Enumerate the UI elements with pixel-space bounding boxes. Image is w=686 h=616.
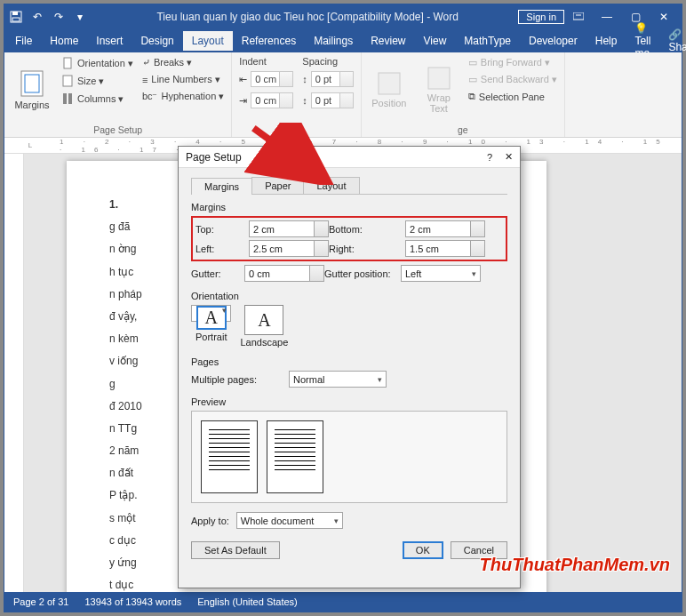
multiple-pages-select[interactable]: Normal — [289, 371, 387, 388]
svg-rect-11 — [428, 68, 450, 89]
ribbon-options-icon[interactable] — [564, 8, 593, 26]
watermark: ThuThuatPhanMem.vn — [480, 555, 670, 575]
applyto-select[interactable]: Whole document — [236, 512, 343, 529]
svg-rect-7 — [63, 76, 72, 86]
tab-mailings[interactable]: Mailings — [305, 31, 362, 51]
tab-file[interactable]: File — [6, 31, 41, 51]
tab-home[interactable]: Home — [41, 31, 87, 51]
ok-button[interactable]: OK — [403, 541, 443, 559]
window-title: Tieu luan quan ly giao duc Tieu hoc [Com… — [97, 11, 518, 23]
undo-icon[interactable]: ↶ — [29, 9, 45, 25]
wraptext-dropdown: Wrap Text — [419, 56, 459, 123]
svg-rect-2 — [12, 18, 20, 21]
margin-right-spinner[interactable]: 1.5 cm — [405, 240, 485, 257]
indent-left-spinner[interactable]: 0 cm — [251, 71, 293, 87]
status-page[interactable]: Page 2 of 31 — [13, 596, 68, 607]
ribbon: Margins Orientation ▾ Size ▾ Columns ▾ ⤶… — [4, 52, 682, 138]
indent-label: Indent — [239, 56, 293, 67]
preview-section-label: Preview — [191, 396, 507, 407]
gutterpos-select[interactable]: Left — [401, 265, 481, 282]
svg-rect-1 — [12, 12, 18, 15]
gutter-spinner[interactable]: 0 cm — [244, 265, 324, 282]
tab-mathtype[interactable]: MathType — [455, 31, 520, 51]
pages-section-label: Pages — [191, 356, 507, 367]
preview-box — [191, 411, 507, 503]
sendbackward: ▭Send Backward ▾ — [468, 73, 557, 86]
breaks-dropdown[interactable]: ⤶Breaks ▾ — [142, 56, 224, 69]
indent-right-spinner[interactable]: 0 cm — [251, 92, 293, 108]
lbl-gutterpos: Gutter position: — [324, 268, 401, 279]
ribbon-tabs: File Home Insert Design Layout Reference… — [4, 29, 682, 52]
hyphenation-dropdown[interactable]: bc⁻Hyphenation ▾ — [142, 90, 224, 103]
dlg-tab-margins[interactable]: Margins — [191, 178, 252, 195]
margin-left-spinner[interactable]: 2.5 cm — [249, 240, 329, 257]
vertical-ruler[interactable] — [4, 154, 24, 592]
lbl-bottom: Bottom: — [329, 224, 405, 235]
titlebar: ↶ ↷ ▾ Tieu luan quan ly giao duc Tieu ho… — [4, 4, 682, 29]
status-words[interactable]: 13943 of 13943 words — [84, 596, 181, 607]
tab-layout[interactable]: Layout — [183, 31, 233, 51]
size-dropdown[interactable]: Size ▾ — [61, 74, 133, 88]
space-after-spinner[interactable]: 0 pt — [311, 92, 354, 108]
status-lang[interactable]: English (United States) — [197, 596, 298, 607]
signin-button[interactable]: Sign in — [518, 10, 564, 24]
tab-review[interactable]: Review — [362, 31, 414, 51]
tab-view[interactable]: View — [415, 31, 456, 51]
tab-developer[interactable]: Developer — [520, 31, 586, 51]
set-as-default-button[interactable]: Set As Default — [191, 541, 280, 559]
selectionpane[interactable]: ⧉Selection Pane — [468, 90, 557, 103]
svg-rect-6 — [64, 58, 71, 68]
qat-more-icon[interactable]: ▾ — [72, 9, 88, 25]
save-icon[interactable] — [8, 9, 24, 25]
minimize-icon[interactable]: ― — [593, 8, 621, 26]
lbl-applyto: Apply to: — [191, 516, 229, 526]
margin-bottom-spinner[interactable]: 2 cm — [405, 220, 485, 237]
indent-right-icon: ⇥ — [239, 95, 247, 107]
spacing-label: Spacing — [302, 56, 354, 67]
lbl-left: Left: — [195, 244, 249, 254]
orientation-section-label: Orientation — [191, 291, 507, 301]
lbl-right: Right: — [329, 244, 405, 254]
position-dropdown: Position — [369, 56, 410, 123]
dialog-title: Page Setup — [186, 151, 487, 164]
margin-top-spinner[interactable]: 2 cm — [249, 220, 329, 237]
space-before-icon: ↕ — [302, 74, 307, 84]
bringforward: ▭Bring Forward ▾ — [468, 56, 557, 69]
svg-rect-8 — [63, 93, 67, 104]
indent-left-icon: ⇤ — [239, 74, 247, 85]
linenumbers-dropdown[interactable]: ≡Line Numbers ▾ — [142, 73, 224, 86]
dialog-help-icon[interactable]: ? — [487, 152, 492, 163]
space-after-icon: ↕ — [302, 95, 307, 106]
lbl-gutter: Gutter: — [191, 268, 244, 279]
orientation-dropdown[interactable]: Orientation ▾ — [61, 56, 133, 70]
page-setup-dialog: Page Setup ? ✕ Margins Paper Layout Marg… — [178, 146, 521, 588]
svg-rect-9 — [68, 93, 72, 104]
lbl-top: Top: — [195, 224, 249, 235]
margins-dropdown[interactable]: Margins — [12, 56, 52, 123]
orientation-portrait[interactable]: A Portrait — [191, 305, 231, 322]
lbl-multiple: Multiple pages: — [191, 374, 280, 385]
tab-references[interactable]: References — [233, 31, 305, 51]
margins-section-label: Margins — [191, 202, 507, 212]
tab-design[interactable]: Design — [132, 31, 182, 51]
dialog-close-icon[interactable]: ✕ — [505, 151, 513, 163]
tab-insert[interactable]: Insert — [87, 31, 132, 51]
space-before-spinner[interactable]: 0 pt — [311, 71, 354, 87]
svg-rect-10 — [379, 73, 400, 94]
redo-icon[interactable]: ↷ — [51, 9, 67, 25]
svg-rect-3 — [573, 12, 584, 20]
dlg-tab-layout[interactable]: Layout — [303, 177, 359, 194]
columns-dropdown[interactable]: Columns ▾ — [61, 92, 133, 106]
group-pagesetup: Page Setup — [12, 123, 224, 135]
tab-help[interactable]: Help — [586, 31, 626, 51]
orientation-landscape[interactable]: A Landscape — [240, 305, 288, 348]
statusbar: Page 2 of 31 13943 of 13943 words Englis… — [4, 592, 682, 612]
dlg-tab-paper[interactable]: Paper — [251, 177, 304, 194]
